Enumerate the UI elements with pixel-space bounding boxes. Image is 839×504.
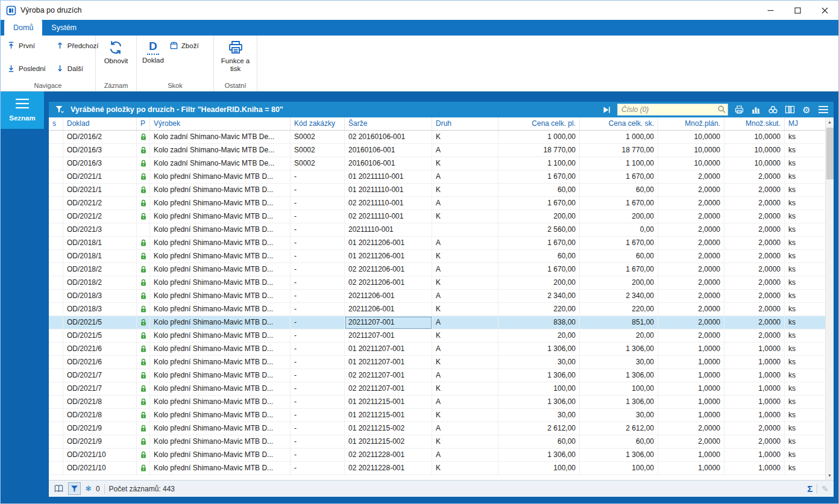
cell-cena_pl[interactable]: 1 670,00: [498, 197, 580, 210]
column-header-sarze[interactable]: Šarže: [345, 117, 432, 130]
cell-cena_sk[interactable]: 30,00: [580, 356, 658, 369]
cell-druh[interactable]: K: [432, 435, 498, 449]
cell-mj[interactable]: ks: [785, 343, 826, 356]
cell-vyrobek[interactable]: Kolo přední Shimano-Mavic MTB D...: [150, 303, 291, 316]
cell-druh[interactable]: A: [432, 449, 498, 462]
cell-druh[interactable]: K: [432, 462, 498, 475]
lock-cell[interactable]: [137, 184, 150, 197]
cell-mnoz_skut[interactable]: 2,0000: [724, 263, 785, 276]
cell-cena_sk[interactable]: 1 100,00: [580, 157, 658, 170]
table-row[interactable]: OD/2018/2 Kolo přední Shimano-Mavic MTB …: [49, 276, 826, 290]
cell-sarze[interactable]: 01 20211110-001: [345, 170, 432, 184]
cell-mnoz_plan[interactable]: 2,0000: [658, 276, 724, 290]
cell-druh[interactable]: K: [432, 382, 498, 396]
cell-cena_pl[interactable]: 1 306,00: [498, 343, 580, 356]
lock-cell[interactable]: [137, 263, 150, 276]
cell-mnoz_plan[interactable]: 2,0000: [658, 303, 724, 316]
lock-cell[interactable]: [137, 223, 150, 237]
doklad-jump-button[interactable]: D Doklad: [137, 36, 169, 64]
cell-mnoz_plan[interactable]: 2,0000: [658, 210, 724, 223]
cell-druh[interactable]: K: [432, 250, 498, 263]
cell-sarze[interactable]: 01 20211207-001: [345, 343, 432, 356]
last-record-button[interactable]: Poslední: [7, 64, 46, 73]
lock-cell[interactable]: [137, 369, 150, 382]
lock-cell[interactable]: [137, 316, 150, 329]
cell-kod[interactable]: -: [291, 276, 345, 290]
cell-doklad[interactable]: OD/2021/8: [63, 409, 137, 422]
cell-cena_pl[interactable]: 1 670,00: [498, 170, 580, 184]
cell-cena_pl[interactable]: 60,00: [498, 184, 580, 197]
column-header-mnoz_skut[interactable]: Množ.skut.: [724, 117, 785, 130]
cell-mnoz_skut[interactable]: 2,0000: [724, 170, 785, 184]
cell-sarze[interactable]: 20211110-001: [345, 223, 432, 237]
cell-mnoz_plan[interactable]: 2,0000: [658, 316, 724, 329]
cell-s[interactable]: [49, 290, 63, 303]
maximize-button[interactable]: [784, 1, 811, 20]
cell-s[interactable]: [49, 144, 63, 157]
lock-cell[interactable]: [137, 290, 150, 303]
cell-druh[interactable]: K: [432, 157, 498, 170]
book-view-icon[interactable]: [54, 484, 64, 493]
cell-mnoz_plan[interactable]: 2,0000: [658, 250, 724, 263]
lock-cell[interactable]: [137, 197, 150, 210]
cell-cena_pl[interactable]: 200,00: [498, 210, 580, 223]
lock-cell[interactable]: [137, 157, 150, 170]
cell-mj[interactable]: ks: [785, 263, 826, 276]
cell-doklad[interactable]: OD/2021/1: [63, 184, 137, 197]
cell-s[interactable]: [49, 356, 63, 369]
cell-vyrobek[interactable]: Kolo přední Shimano-Mavic MTB D...: [150, 343, 291, 356]
cell-druh[interactable]: A: [432, 197, 498, 210]
cell-mnoz_skut[interactable]: 1,0000: [724, 449, 785, 462]
cell-mnoz_plan[interactable]: 2,0000: [658, 422, 724, 435]
cell-mnoz_skut[interactable]: 2,0000: [724, 422, 785, 435]
cell-cena_sk[interactable]: 60,00: [580, 435, 658, 449]
cell-cena_pl[interactable]: 220,00: [498, 303, 580, 316]
cell-vyrobek[interactable]: Kolo přední Shimano-Mavic MTB D...: [150, 184, 291, 197]
cell-s[interactable]: [49, 197, 63, 210]
cell-cena_sk[interactable]: 1 670,00: [580, 263, 658, 276]
cell-s[interactable]: [49, 303, 63, 316]
cell-mnoz_plan[interactable]: 2,0000: [658, 263, 724, 276]
table-row[interactable]: OD/2016/3 Kolo zadní Shimano-Mavic MTB D…: [49, 144, 826, 157]
cell-kod[interactable]: -: [291, 369, 345, 382]
cell-s[interactable]: [49, 382, 63, 396]
cell-s[interactable]: [49, 435, 63, 449]
column-header-s[interactable]: s: [49, 117, 63, 130]
cell-s[interactable]: [49, 276, 63, 290]
cell-cena_pl[interactable]: 2 612,00: [498, 422, 580, 435]
cell-cena_sk[interactable]: 60,00: [580, 184, 658, 197]
lock-cell[interactable]: [137, 356, 150, 369]
filter-toggle-button[interactable]: [68, 482, 81, 495]
first-record-button[interactable]: První: [7, 41, 46, 50]
table-row[interactable]: OD/2018/3 Kolo přední Shimano-Mavic MTB …: [49, 303, 826, 316]
table-row[interactable]: OD/2021/6 Kolo přední Shimano-Mavic MTB …: [49, 343, 826, 356]
cell-mnoz_plan[interactable]: 10,0000: [658, 144, 724, 157]
cell-s[interactable]: [49, 462, 63, 475]
cell-vyrobek[interactable]: Kolo přední Shimano-Mavic MTB D...: [150, 382, 291, 396]
cell-druh[interactable]: K: [432, 184, 498, 197]
previous-record-button[interactable]: Předchozí: [55, 41, 99, 50]
minimize-button[interactable]: [757, 1, 784, 20]
cell-s[interactable]: [49, 343, 63, 356]
cell-vyrobek[interactable]: Kolo přední Shimano-Mavic MTB D...: [150, 449, 291, 462]
cell-mnoz_skut[interactable]: 2,0000: [724, 184, 785, 197]
cell-doklad[interactable]: OD/2021/5: [63, 316, 137, 329]
search-input[interactable]: [617, 104, 728, 116]
sidebar-item-seznam[interactable]: Seznam: [1, 92, 44, 129]
cell-cena_sk[interactable]: 2 612,00: [580, 422, 658, 435]
lock-cell[interactable]: [137, 329, 150, 343]
cell-mnoz_skut[interactable]: 2,0000: [724, 237, 785, 250]
cell-cena_sk[interactable]: 1 306,00: [580, 369, 658, 382]
cell-mj[interactable]: ks: [785, 144, 826, 157]
cell-druh[interactable]: A: [432, 237, 498, 250]
sum-button[interactable]: Σ: [807, 484, 812, 493]
cell-mj[interactable]: ks: [785, 223, 826, 237]
cell-mnoz_skut[interactable]: 1,0000: [724, 382, 785, 396]
cell-kod[interactable]: -: [291, 356, 345, 369]
close-button[interactable]: [811, 1, 838, 20]
cell-mnoz_skut[interactable]: 1,0000: [724, 356, 785, 369]
cell-mnoz_skut[interactable]: 1,0000: [724, 409, 785, 422]
cell-druh[interactable]: K: [432, 409, 498, 422]
cell-s[interactable]: [49, 131, 63, 144]
cell-cena_sk[interactable]: 1 306,00: [580, 343, 658, 356]
